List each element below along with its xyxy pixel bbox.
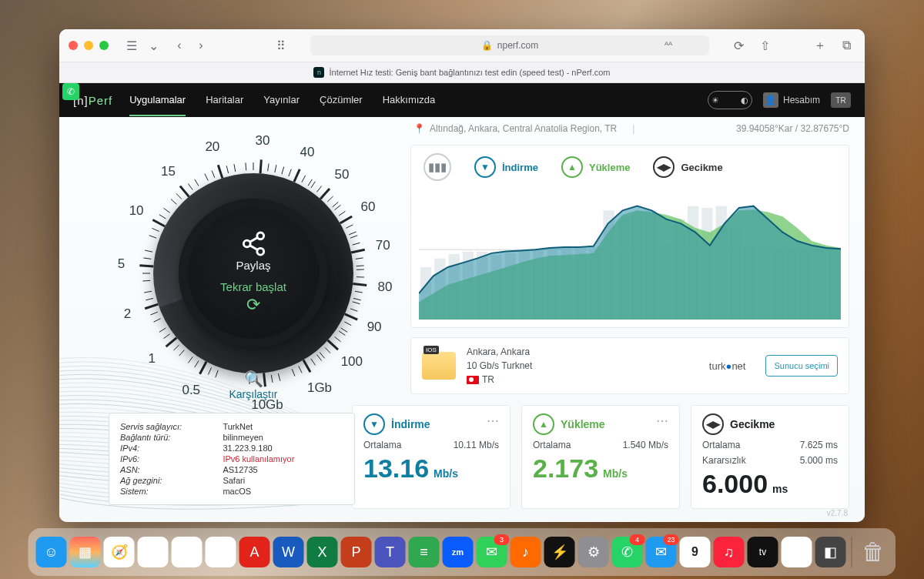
more-icon[interactable]: ⋯ bbox=[487, 413, 500, 428]
version-label: v2.7.8 bbox=[827, 509, 848, 517]
svg-line-11 bbox=[282, 167, 284, 175]
chart-type-icon[interactable]: ▮▮▮ bbox=[424, 153, 451, 181]
nav-item-yayınlar[interactable]: Yayınlar bbox=[263, 85, 300, 116]
close-window[interactable] bbox=[69, 41, 78, 50]
nav-item-haritalar[interactable]: Haritalar bbox=[206, 85, 243, 116]
dock-app-excel[interactable]: X bbox=[307, 537, 338, 567]
dock-app-safari[interactable]: 🧭 bbox=[104, 537, 135, 567]
share-icon[interactable] bbox=[240, 230, 267, 257]
dock-app-powerpoint[interactable]: P bbox=[341, 537, 372, 567]
dock-app-messages[interactable]: ✉3 bbox=[477, 537, 507, 567]
dock-app-mail[interactable]: ✉23 bbox=[646, 537, 677, 567]
svg-line-25 bbox=[152, 220, 165, 226]
restart-button[interactable]: Tekrar başlat ⟳ bbox=[220, 279, 286, 316]
location-text: Altındağ, Ankara, Central Anatolia Regio… bbox=[430, 123, 617, 134]
translate-icon[interactable]: ᴬᴬ bbox=[665, 40, 672, 51]
tab-title-bar[interactable]: n İnternet Hız testi: Geniş bant bağlant… bbox=[59, 62, 865, 83]
svg-line-5 bbox=[260, 159, 261, 173]
dock-app-app2[interactable]: ✕ bbox=[206, 537, 236, 567]
server-country: TR bbox=[482, 374, 494, 385]
dock-app-music[interactable]: ♫ bbox=[714, 537, 745, 567]
grid-icon[interactable]: ⠿ bbox=[272, 36, 290, 55]
server-select-button[interactable]: Sunucu seçimi bbox=[765, 355, 838, 377]
svg-line-31 bbox=[335, 205, 341, 209]
svg-line-30 bbox=[340, 216, 353, 223]
location-bar: 📍 Altındağ, Ankara, Central Anatolia Reg… bbox=[413, 123, 849, 134]
dock-app-teams[interactable]: T bbox=[375, 537, 406, 567]
reload-icon[interactable]: ⟳ bbox=[729, 36, 748, 55]
back-button[interactable]: ‹ bbox=[170, 36, 189, 55]
more-icon[interactable]: ⋯ bbox=[656, 413, 670, 428]
sidebar-toggle-icon[interactable]: ☰ bbox=[122, 36, 141, 55]
dock-app-app3[interactable]: ≡ bbox=[409, 537, 440, 567]
svg-line-3 bbox=[226, 166, 228, 173]
svg-line-55 bbox=[345, 314, 357, 320]
dock-app-word[interactable]: W bbox=[273, 537, 304, 567]
svg-point-87 bbox=[256, 233, 263, 239]
nav-item-uygulamalar[interactable]: Uygulamalar bbox=[129, 85, 186, 116]
svg-line-38 bbox=[356, 258, 363, 259]
chevron-down-icon[interactable]: ⌄ bbox=[144, 36, 162, 55]
site-header: [n]Perf UygulamalarHaritalarYayınlarÇözü… bbox=[59, 83, 865, 117]
dock-app-launchpad[interactable]: ▦ bbox=[70, 537, 101, 567]
svg-point-88 bbox=[243, 240, 250, 247]
upload-value: 2.173 bbox=[533, 453, 598, 484]
dock-app-zoom[interactable]: zm bbox=[443, 537, 474, 567]
result-title: İndirme bbox=[391, 418, 430, 430]
window-controls bbox=[69, 41, 115, 50]
download-value: 13.16 bbox=[363, 453, 429, 484]
svg-line-60 bbox=[166, 338, 177, 347]
zoom-window[interactable] bbox=[99, 41, 109, 50]
theme-toggle[interactable]: ☀◐ bbox=[708, 91, 752, 109]
tabs-icon[interactable]: ⧉ bbox=[837, 36, 855, 55]
new-tab-button[interactable]: ＋ bbox=[811, 36, 829, 55]
svg-line-62 bbox=[173, 345, 179, 350]
svg-line-67 bbox=[335, 336, 341, 341]
info-row: IPv4:31.223.9.180 bbox=[120, 443, 343, 453]
pinned-tab-whatsapp[interactable]: ✆ bbox=[62, 83, 79, 100]
chart-tab-download[interactable]: ▼İndirme bbox=[474, 156, 538, 178]
svg-line-19 bbox=[195, 179, 199, 186]
minimize-window[interactable] bbox=[84, 41, 93, 50]
dock-app-app7[interactable]: ◧ bbox=[815, 537, 846, 567]
nav-item-hakkımızda[interactable]: Hakkımızda bbox=[383, 85, 436, 116]
svg-line-2 bbox=[212, 170, 215, 177]
svg-line-27 bbox=[152, 228, 159, 231]
svg-line-68 bbox=[325, 347, 330, 353]
forward-button[interactable]: › bbox=[192, 36, 210, 55]
dock-app-tv[interactable]: tv bbox=[748, 537, 778, 567]
dock-app-finder[interactable]: ☺ bbox=[36, 537, 67, 567]
svg-line-28 bbox=[159, 215, 166, 219]
share-label[interactable]: Paylaş bbox=[236, 259, 270, 272]
dock-app-app1[interactable]: Σ bbox=[172, 537, 203, 567]
main-nav: UygulamalarHaritalarYayınlarÇözümlerHakk… bbox=[129, 85, 435, 116]
svg-point-89 bbox=[256, 248, 263, 255]
svg-line-49 bbox=[353, 298, 361, 300]
dock-app-acrobat[interactable]: A bbox=[239, 537, 270, 567]
account-button[interactable]: 👤 Hesabım bbox=[763, 92, 820, 108]
dock-app-chrome[interactable]: ◉ bbox=[138, 537, 169, 567]
chart-tab-upload[interactable]: ▲Yükleme bbox=[561, 156, 630, 178]
dock-app-calendar[interactable]: 9 bbox=[680, 537, 711, 567]
dock-app-app4[interactable]: ♪ bbox=[511, 537, 541, 567]
flag-tr-icon bbox=[467, 376, 479, 384]
svg-line-52 bbox=[150, 312, 157, 315]
nav-item-çözümler[interactable]: Çözümler bbox=[320, 85, 363, 116]
language-selector[interactable]: TR bbox=[831, 92, 851, 108]
result-latency-card: ◀▶Gecikme Ortalama7.625 ms Kararsızlık5.… bbox=[691, 405, 849, 509]
dock-app-app6[interactable]: ⚙ bbox=[578, 537, 609, 567]
svg-line-14 bbox=[308, 179, 312, 186]
badge: 23 bbox=[664, 534, 679, 545]
address-bar[interactable]: 🔒 nperf.com ᴬᴬ bbox=[310, 35, 709, 55]
dock-trash[interactable]: 🗑 bbox=[858, 537, 889, 567]
dock-app-whatsapp[interactable]: ✆4 bbox=[612, 537, 643, 567]
account-label: Hesabım bbox=[783, 95, 820, 105]
chart-tab-latency[interactable]: ◀▶Gecikme bbox=[653, 156, 722, 178]
dock-app-app5[interactable]: ⚡ bbox=[544, 537, 575, 567]
gauge-tick-label: 90 bbox=[367, 320, 382, 335]
latency-icon: ◀▶ bbox=[653, 156, 675, 178]
share-icon[interactable]: ⇧ bbox=[755, 36, 774, 55]
result-title: Gecikme bbox=[730, 418, 775, 430]
dock-app-preview[interactable]: 🖼 bbox=[782, 537, 812, 567]
svg-line-39 bbox=[357, 266, 364, 266]
